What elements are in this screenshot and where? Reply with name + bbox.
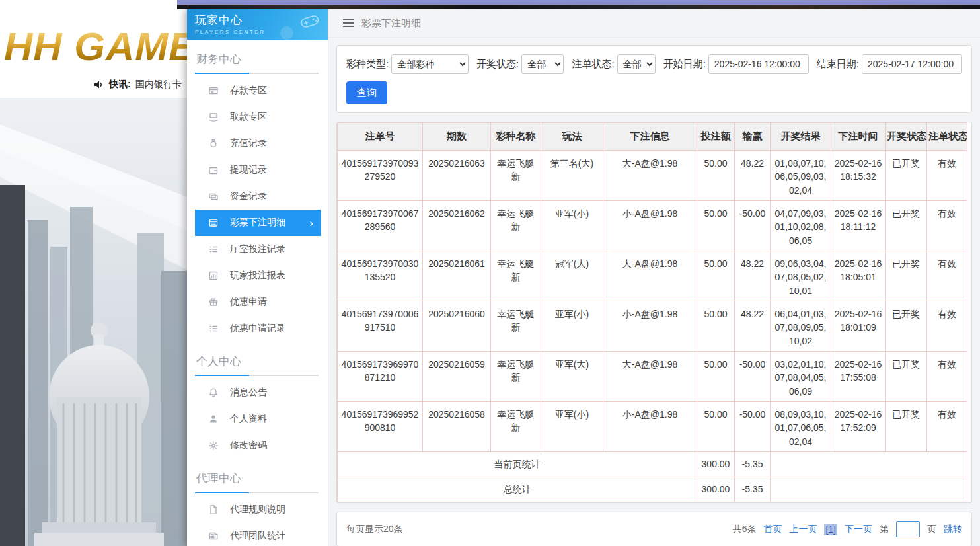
table-cell: 有效 xyxy=(927,151,967,201)
gear-icon xyxy=(208,440,219,451)
table-cell: 01,08,07,10,06,05,09,03,02,04 xyxy=(771,151,831,201)
sidebar-item-profile[interactable]: 个人资料 xyxy=(195,406,321,432)
table-cell: 2025-02-16 18:01:09 xyxy=(831,301,886,352)
table-cell: 08,09,03,10,01,07,06,05,02,04 xyxy=(771,402,831,452)
table-cell: 已开奖 xyxy=(886,301,927,352)
sidebar-item-recharge-record[interactable]: 充值记录 xyxy=(195,130,321,157)
report-icon xyxy=(208,531,219,541)
list-icon xyxy=(208,244,219,254)
column-header: 开奖结果 xyxy=(771,123,831,151)
sidebar-item-label: 资金记录 xyxy=(230,190,267,202)
table-cell: 401569173970006917510 xyxy=(338,301,423,352)
table-cell: 2025-02-16 18:11:12 xyxy=(831,201,886,251)
end-date-input[interactable] xyxy=(862,54,962,74)
gamepad-icon xyxy=(299,13,321,33)
gift-icon xyxy=(208,297,219,307)
column-header: 下注时间 xyxy=(831,123,886,151)
sidebar-item-label: 充值记录 xyxy=(230,137,267,149)
table-cell: 已开奖 xyxy=(886,201,927,251)
table-cell: 幸运飞艇新 xyxy=(491,151,541,201)
bets-table: 注单号期数彩种名称玩法下注信息投注额输赢开奖结果下注时间开奖状态注单状态 401… xyxy=(337,122,967,502)
draw-status-select[interactable]: 全部 xyxy=(521,54,564,74)
jump-prefix-text: 第 xyxy=(880,524,889,535)
table-cell: 20250216058 xyxy=(423,402,491,452)
table-cell: 小-A盘@1.98 xyxy=(603,301,697,352)
sidebar-item-agent-stats[interactable]: 代理团队统计 xyxy=(195,523,321,546)
sidebar-item-label: 代理规则说明 xyxy=(230,504,285,516)
sidebar-item-funds-record[interactable]: 资金记录 xyxy=(195,183,321,210)
start-date-label: 开始日期: xyxy=(663,58,706,71)
table-cell: 03,02,01,10,07,08,04,05,06,09 xyxy=(771,352,831,402)
sidebar-item-promo-apply[interactable]: 优惠申请 xyxy=(195,289,321,315)
table-cell: 50.00 xyxy=(697,201,735,251)
start-date-input[interactable] xyxy=(708,54,809,74)
deposit-icon xyxy=(208,85,219,96)
sidebar-item-deposit[interactable]: 存款专区 xyxy=(195,77,321,104)
table-cell: 有效 xyxy=(927,402,967,452)
section-divider xyxy=(195,492,319,493)
sidebar-item-withdraw[interactable]: 取款专区 xyxy=(195,104,321,130)
table-cell: 幸运飞艇新 xyxy=(491,301,541,352)
bubble-decoration xyxy=(280,26,293,40)
column-header: 下注信息 xyxy=(603,123,697,151)
table-cell: 已开奖 xyxy=(886,402,927,452)
sidebar-item-withdrawal-record[interactable]: 提现记录 xyxy=(195,157,321,183)
sidebar-item-label: 优惠申请 xyxy=(230,296,267,308)
table-body: 40156917397009327952020250216063幸运飞艇新第三名… xyxy=(338,151,967,502)
sidebar-item-notice[interactable]: 消息公告 xyxy=(195,379,321,406)
sidebar-item-player-bet-report[interactable]: 玩家投注报表 xyxy=(195,262,321,289)
table-row: 40156917396995290081020250216058幸运飞艇新亚军(… xyxy=(338,402,967,452)
sidebar-item-hall-bet-record[interactable]: 厅室投注记录 xyxy=(195,236,321,262)
section-divider xyxy=(195,73,319,74)
table-cell: 50.00 xyxy=(697,151,735,201)
jump-button[interactable]: 跳转 xyxy=(944,524,962,535)
sidebar-item-label: 代理团队统计 xyxy=(230,530,285,542)
table-row: 40156917396997087121020250216059幸运飞艇新亚军(… xyxy=(338,352,967,402)
lottery-type-select[interactable]: 全部彩种 xyxy=(391,54,469,74)
table-cell: -50.00 xyxy=(735,352,771,402)
menu-toggle-icon[interactable] xyxy=(343,19,354,27)
sidebar-item-label: 存款专区 xyxy=(230,85,267,97)
sidebar-header: 玩家中心 PLAYERS CENTER xyxy=(187,9,328,40)
table-cell: -50.00 xyxy=(735,402,771,452)
table-cell: 冠军(大) xyxy=(541,251,603,301)
main-area: 彩票下注明细 彩种类型: 全部彩种 开奖状态: 全部 注单状态: xyxy=(328,9,980,546)
summary-empty-cell xyxy=(771,477,967,502)
pagination-bar: 每页显示20条 共6条 首页 上一页 [1] 下一页 第 页 跳转 xyxy=(336,512,972,546)
page-size-text: 每页显示20条 xyxy=(346,524,403,535)
table-cell: 2025-02-16 18:15:32 xyxy=(831,151,886,201)
search-button[interactable]: 查询 xyxy=(346,81,387,104)
prev-page-link[interactable]: 上一页 xyxy=(789,524,817,535)
table-cell: 20250216061 xyxy=(423,251,491,301)
table-cell: 401569173970093279520 xyxy=(338,151,423,201)
main-content: 彩种类型: 全部彩种 开奖状态: 全部 注单状态: 全部 开始日期: xyxy=(328,38,980,546)
table-cell: 小-A盘@1.98 xyxy=(603,402,697,452)
money-bag-icon xyxy=(208,138,219,149)
sidebar-item-lottery-bet-detail[interactable]: 彩票下注明细› xyxy=(195,210,321,236)
table-cell: 401569173970067289560 xyxy=(338,201,423,251)
sidebar-item-agent-rules[interactable]: 代理规则说明 xyxy=(195,496,321,523)
next-page-link[interactable]: 下一页 xyxy=(845,524,872,535)
page-jump-input[interactable] xyxy=(896,521,920,537)
table-cell: 第三名(大) xyxy=(541,151,603,201)
news-label: 快讯: xyxy=(109,79,131,91)
summary-winloss-total: -5.35 xyxy=(735,477,771,502)
order-status-select[interactable]: 全部 xyxy=(617,54,656,74)
person-icon xyxy=(208,414,219,424)
table-cell: 大-A盘@1.98 xyxy=(603,352,697,402)
table-cell: 2025-02-16 18:05:01 xyxy=(831,251,886,301)
table-cell: 48.22 xyxy=(735,301,771,352)
sidebar-item-label: 修改密码 xyxy=(230,440,267,451)
speaker-icon xyxy=(93,79,104,90)
table-cell: 已开奖 xyxy=(886,251,927,301)
summary-label: 总统计 xyxy=(338,477,697,502)
sidebar-item-promo-apply-record[interactable]: 优惠申请记录 xyxy=(195,315,321,342)
sidebar-item-password[interactable]: 修改密码 xyxy=(195,432,321,459)
first-page-link[interactable]: 首页 xyxy=(763,524,782,535)
table-cell: 401569173969970871210 xyxy=(338,352,423,402)
table-cell: 已开奖 xyxy=(886,352,927,402)
table-cell: 2025-02-16 17:55:08 xyxy=(831,352,886,402)
table-cell: 401569173970030135520 xyxy=(338,251,423,301)
sidebar-item-label: 玩家投注报表 xyxy=(230,270,285,282)
table-cell: 401569173969952900810 xyxy=(338,402,423,452)
